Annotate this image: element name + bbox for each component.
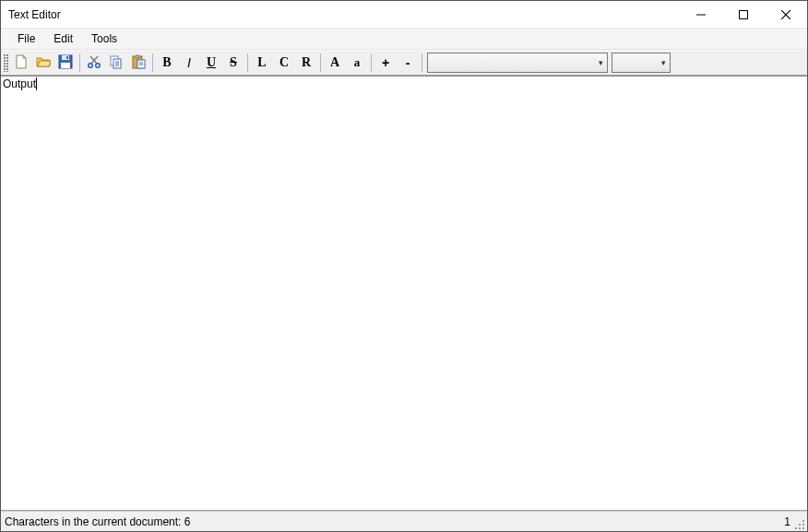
svg-point-8 xyxy=(89,63,93,67)
editor-content[interactable]: Output xyxy=(1,77,807,510)
toolbar-separator xyxy=(152,53,153,72)
save-disk-icon xyxy=(58,54,73,72)
underline-button[interactable]: U xyxy=(201,53,221,73)
editor-text: Output xyxy=(3,77,36,90)
app-window: Text Editor File Edit Tools xyxy=(0,0,808,532)
svg-line-10 xyxy=(91,56,98,64)
svg-line-11 xyxy=(90,56,97,64)
resize-grip[interactable] xyxy=(794,519,805,530)
open-folder-icon xyxy=(36,54,51,72)
paste-icon xyxy=(131,54,146,72)
paste-button[interactable] xyxy=(128,53,149,73)
italic-icon: I xyxy=(184,55,195,70)
save-file-button[interactable] xyxy=(55,53,76,73)
copy-button[interactable] xyxy=(106,53,126,73)
svg-point-9 xyxy=(96,63,101,67)
font-size-combo[interactable]: ▾ xyxy=(612,53,671,73)
uppercase-icon: A xyxy=(329,55,340,70)
svg-line-3 xyxy=(781,10,790,19)
maximize-button[interactable] xyxy=(722,1,765,28)
font-size-up-button[interactable]: + xyxy=(375,53,396,73)
minimize-button[interactable] xyxy=(680,1,722,28)
toolbar-separator xyxy=(371,53,372,72)
bold-icon: B xyxy=(161,55,172,70)
svg-rect-18 xyxy=(136,55,139,58)
underline-icon: U xyxy=(206,55,217,70)
copy-icon xyxy=(109,54,124,72)
menu-tools[interactable]: Tools xyxy=(82,29,126,49)
plus-icon: + xyxy=(380,55,391,70)
align-left-button[interactable]: L xyxy=(252,53,272,73)
align-center-icon: C xyxy=(279,55,290,70)
new-file-button[interactable] xyxy=(11,53,31,73)
toolbar-separator xyxy=(422,53,422,72)
svg-rect-6 xyxy=(61,63,70,68)
strike-button[interactable]: S xyxy=(223,53,244,73)
align-left-icon: L xyxy=(256,55,267,70)
minus-icon: - xyxy=(402,55,413,70)
open-file-button[interactable] xyxy=(33,53,53,73)
text-caret xyxy=(36,77,37,90)
svg-rect-7 xyxy=(66,56,68,59)
toolbar-grip xyxy=(4,53,8,72)
toolbar-separator xyxy=(320,53,321,72)
window-controls xyxy=(680,1,807,28)
statusbar: Characters in the current document: 6 1 xyxy=(1,511,807,531)
window-title: Text Editor xyxy=(1,8,680,21)
toolbar-separator xyxy=(79,53,80,72)
close-button[interactable] xyxy=(765,1,807,28)
titlebar: Text Editor xyxy=(1,1,807,29)
lowercase-icon: a xyxy=(351,55,362,70)
menu-edit[interactable]: Edit xyxy=(44,29,82,49)
menubar: File Edit Tools xyxy=(1,29,807,50)
align-center-button[interactable]: C xyxy=(274,53,294,73)
chevron-down-icon: ▾ xyxy=(661,58,666,67)
font-size-down-button[interactable]: - xyxy=(398,53,418,73)
editor-area[interactable]: Output xyxy=(1,76,807,511)
lowercase-button[interactable]: a xyxy=(347,53,367,73)
align-right-button[interactable]: R xyxy=(296,53,316,73)
svg-line-2 xyxy=(781,10,790,19)
toolbar-separator xyxy=(247,53,248,72)
cut-button[interactable] xyxy=(84,53,104,73)
italic-button[interactable]: I xyxy=(179,53,199,73)
strike-icon: S xyxy=(228,55,239,70)
uppercase-button[interactable]: A xyxy=(325,53,345,73)
menu-file[interactable]: File xyxy=(8,29,44,49)
svg-rect-1 xyxy=(740,10,748,18)
new-file-icon xyxy=(14,54,29,72)
align-right-icon: R xyxy=(301,55,312,70)
chevron-down-icon: ▾ xyxy=(599,58,603,67)
scissors-icon xyxy=(87,54,101,72)
bold-button[interactable]: B xyxy=(157,53,177,73)
status-char-count: Characters in the current document: 6 xyxy=(5,515,784,528)
font-family-combo[interactable]: ▾ xyxy=(427,53,608,73)
toolbar: B I U S L C R A a + - ▾ ▾ xyxy=(1,50,807,76)
